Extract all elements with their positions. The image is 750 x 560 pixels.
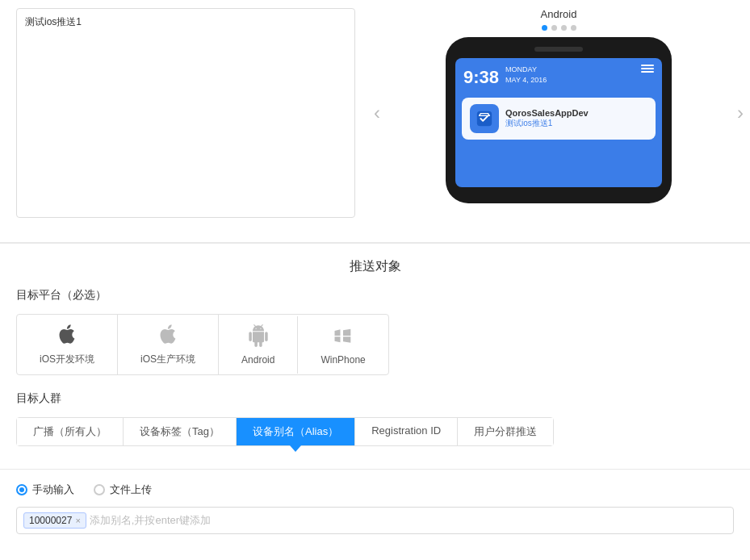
radio-file-label: 文件上传 xyxy=(110,483,152,497)
android-preview: Android 9:38 MONDAY MAY 4, 2016 xyxy=(367,0,750,226)
tag-item: 10000027 × xyxy=(23,512,86,529)
menu-line-1 xyxy=(641,65,654,66)
tab-registration-id[interactable]: Registration ID xyxy=(355,418,458,445)
tag-input-wrapper[interactable]: 10000027 × 添加别名,并按enter键添加 xyxy=(16,507,734,534)
notif-message: 测试ios推送1 xyxy=(505,118,647,129)
platform-options: iOS开发环境 iOS生产环境 Android xyxy=(16,314,389,375)
radio-manual[interactable]: 手动输入 xyxy=(16,483,74,497)
platform-ios-prod[interactable]: iOS生产环境 xyxy=(118,315,219,374)
phone-mockup: 9:38 MONDAY MAY 4, 2016 xyxy=(446,37,672,203)
platform-ios-dev-label: iOS开发环境 xyxy=(40,353,94,366)
target-platform-section: 目标平台（必选） iOS开发环境 iOS生产环境 xyxy=(0,288,750,391)
dot-2 xyxy=(551,25,557,31)
carousel-dots xyxy=(542,25,576,31)
tab-segment[interactable]: 用户分群推送 xyxy=(458,418,553,445)
tag-close-icon[interactable]: × xyxy=(75,516,80,525)
ios-preview-title: 测试ios推送1 xyxy=(17,9,354,36)
menu-line-2 xyxy=(641,68,654,69)
tab-broadcast[interactable]: 广播（所有人） xyxy=(17,418,124,445)
tag-value: 10000027 xyxy=(29,515,72,526)
audience-label: 目标人群 xyxy=(16,391,734,406)
radio-group: 手动输入 文件上传 xyxy=(16,483,734,497)
notif-text: QorosSalesAppDev 测试ios推送1 xyxy=(505,108,647,129)
dot-3 xyxy=(561,25,567,31)
tag-input-placeholder: 添加别名,并按enter键添加 xyxy=(90,513,727,528)
radio-file[interactable]: 文件上传 xyxy=(94,483,152,497)
phone-date: MAY 4, 2016 xyxy=(505,75,547,86)
phone-time: 9:38 xyxy=(463,67,499,88)
nav-left-button[interactable]: ‹ xyxy=(367,95,387,131)
windows-icon xyxy=(332,324,354,351)
android-label: Android xyxy=(541,8,577,20)
platform-winphone-label: WinPhone xyxy=(321,354,365,366)
platform-label: 目标平台（必选） xyxy=(16,288,734,303)
input-method-section: 手动输入 文件上传 10000027 × 添加别名,并按enter键添加 xyxy=(0,469,750,550)
audience-tabs: 广播（所有人） 设备标签（Tag） 设备别名（Alias） Registrati… xyxy=(16,417,554,446)
platform-ios-dev[interactable]: iOS开发环境 xyxy=(17,315,118,374)
phone-icons xyxy=(641,65,654,73)
notif-app-name: QorosSalesAppDev xyxy=(505,108,647,118)
nav-right-button[interactable]: › xyxy=(731,95,750,131)
radio-manual-label: 手动输入 xyxy=(32,483,74,497)
target-audience-section: 目标人群 广播（所有人） 设备标签（Tag） 设备别名（Alias） Regis… xyxy=(0,391,750,462)
platform-android-label: Android xyxy=(241,354,274,366)
apple-icon-dev xyxy=(56,323,78,349)
notif-icon xyxy=(470,104,499,133)
menu-line-3 xyxy=(641,71,654,73)
dot-4 xyxy=(571,25,576,31)
dot-1 xyxy=(542,25,547,31)
platform-winphone[interactable]: WinPhone xyxy=(298,316,388,374)
ios-preview: 测试ios推送1 xyxy=(16,8,355,218)
phone-screen: 9:38 MONDAY MAY 4, 2016 xyxy=(455,58,662,187)
tab-tag[interactable]: 设备标签（Tag） xyxy=(124,418,237,445)
tab-alias[interactable]: 设备别名（Alias） xyxy=(237,418,355,445)
platform-ios-prod-label: iOS生产环境 xyxy=(140,353,195,366)
page-wrapper: 测试ios推送1 Android 9:38 MONDAY xyxy=(0,0,750,560)
preview-section: 测试ios推送1 Android 9:38 MONDAY xyxy=(0,0,750,243)
phone-status-bar: 9:38 MONDAY MAY 4, 2016 xyxy=(455,58,662,91)
platform-android[interactable]: Android xyxy=(219,316,298,374)
section-title: 推送对象 xyxy=(0,244,750,288)
radio-file-circle xyxy=(94,484,105,495)
apple-icon-prod xyxy=(157,323,179,349)
phone-notch xyxy=(534,47,583,52)
notification-card: QorosSalesAppDev 测试ios推送1 xyxy=(462,98,656,140)
phone-day: MONDAY xyxy=(505,65,547,75)
android-icon xyxy=(247,324,270,351)
radio-manual-circle xyxy=(16,484,27,495)
